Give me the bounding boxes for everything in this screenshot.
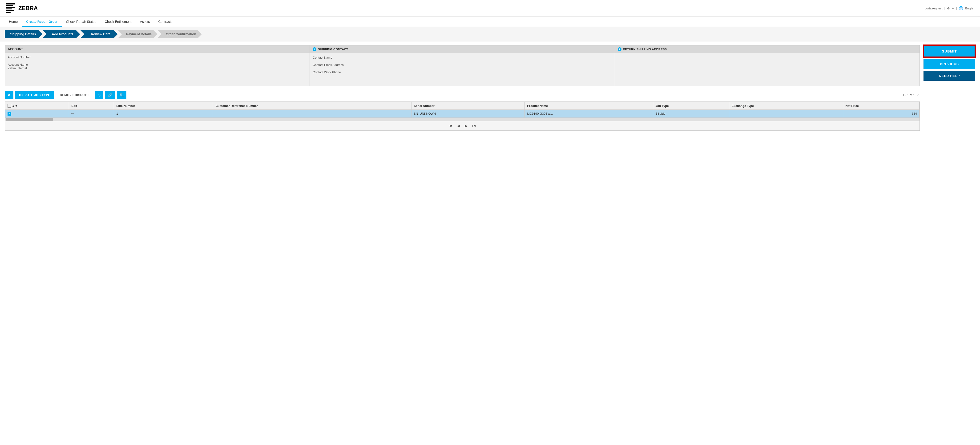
col-exchange-type: Exchange Type [729,102,843,110]
table-row: ✓ ✏ 1 SN_UNKNOWN MC9190-G30SW... Billabl… [5,110,920,118]
wizard-step-label-5: Order Confirmation [166,32,196,36]
previous-button[interactable]: PREVIOUS [923,59,975,69]
attach-icon-button[interactable]: 🔗 [105,91,115,99]
col-customer-ref: Customer Reference Number [213,102,411,110]
data-table: ▲▼ Edit Line Number Customer Reference N… [5,102,920,118]
col-net-price: Net Price [843,102,919,110]
contact-name-label: Contact Name [313,56,332,59]
contact-email-field: Contact Email Address [313,63,612,67]
account-number-field: Account Number [8,56,307,59]
nav-check-entitlement[interactable]: Check Entitlement [100,17,136,27]
main-content-area: ACCOUNT Account Number Account Name Zebr… [0,41,980,134]
row-product-name: MC9190-G30SW... [525,110,653,118]
info-section: ACCOUNT Account Number Account Name Zebr… [5,45,920,86]
next-page-button[interactable]: ▶ [463,123,469,129]
return-shipping-header: i RETURN SHIPPING ADDRESS [615,45,920,53]
account-header: ACCOUNT [5,45,310,53]
col-product-name: Product Name [525,102,653,110]
prev-page-button[interactable]: ◀ [456,123,461,129]
nav-home[interactable]: Home [5,17,22,27]
export-icon-button[interactable]: ⬡ [95,91,103,99]
clear-button[interactable]: ✕ [5,91,13,99]
row-serial-number: SN_UNKNOWN [411,110,525,118]
svg-rect-5 [6,12,11,13]
logout-icon[interactable]: ↪ [952,6,955,10]
need-help-button[interactable]: NEED HELP [923,71,975,81]
shipping-contact-info-icon[interactable]: i [313,47,317,51]
row-checkbox[interactable]: ✓ [8,112,11,116]
svg-rect-1 [6,5,13,6]
nav-create-repair-order[interactable]: Create Repair Order [22,17,62,27]
contact-name-field: Contact Name [313,56,612,59]
shipping-contact-title: SHIPPING CONTACT [318,48,348,51]
row-edit-cell[interactable]: ✏ [69,110,114,118]
main-nav: Home Create Repair Order Check Repair St… [0,17,980,27]
last-page-button[interactable]: ⏭ [471,123,477,128]
return-shipping-body [615,53,920,86]
col-edit: Edit [69,102,114,110]
contact-phone-field: Contact Work Phone [313,70,612,74]
pagination-text: 1 - 1 of 1 [903,93,915,97]
return-shipping-block: i RETURN SHIPPING ADDRESS [615,45,920,86]
table-header: ▲▼ Edit Line Number Customer Reference N… [5,102,920,110]
return-shipping-info-icon[interactable]: i [618,47,622,51]
language-label[interactable]: English [965,6,975,10]
logo: ZEBRA [5,2,38,14]
pagination-info: 1 - 1 of 1 ⤢ [903,93,920,97]
col-select: ▲▼ [5,102,69,110]
row-job-type: Billable [653,110,729,118]
account-name-label: Account Name [8,63,28,67]
scrollbar-thumb[interactable] [6,118,53,121]
select-all-checkbox[interactable] [8,104,11,108]
first-page-button[interactable]: ⏮ [447,123,454,128]
header-right: portalreg test | ⚙ ↪ | 🌐 English [925,6,975,10]
side-panel: SUBMIT PREVIOUS NEED HELP [923,45,975,131]
wizard-step-label-2: Add Products [52,32,73,36]
return-shipping-title: RETURN SHIPPING ADDRESS [623,48,667,51]
info-blocks: ACCOUNT Account Number Account Name Zebr… [5,45,920,131]
edit-icon[interactable]: ✏ [71,111,74,115]
row-customer-ref [213,110,411,118]
shipping-contact-block: i SHIPPING CONTACT Contact Name Contact … [310,45,615,86]
remove-dispute-button[interactable]: REMOVE DISPUTE [56,91,93,99]
row-select-cell[interactable]: ✓ [5,110,69,118]
account-name-value: Zebra Internal [8,67,27,70]
wizard-step-payment-details[interactable]: Payment Details [118,30,157,38]
sort-icon[interactable]: ▲▼ [12,104,18,108]
row-line-number: 1 [114,110,213,118]
col-serial-number: Serial Number [411,102,525,110]
col-job-type: Job Type [653,102,729,110]
header: ZEBRA portalreg test | ⚙ ↪ | 🌐 English [0,0,980,17]
wizard-step-add-products[interactable]: Add Products [42,30,80,38]
divider-1: | [945,6,945,10]
table-pagination: ⏮ ◀ ▶ ⏭ [5,121,920,131]
expand-icon[interactable]: ⤢ [917,93,920,97]
account-title: ACCOUNT [8,47,23,51]
wizard-step-label-1: Shipping Details [10,32,36,36]
horizontal-scrollbar[interactable] [5,118,920,121]
wizard-step-shipping-details[interactable]: Shipping Details [5,30,42,38]
search-icon-button[interactable]: 🔍 [117,91,126,99]
svg-rect-3 [6,8,12,10]
nav-contracts[interactable]: Contracts [154,17,177,27]
settings-icon[interactable]: ⚙ [947,6,950,10]
dispute-job-type-button[interactable]: DISPUTE JOB TYPE [15,91,54,99]
nav-assets[interactable]: Assets [135,17,154,27]
account-name-field: Account Name Zebra Internal [8,63,307,70]
nav-check-repair-status[interactable]: Check Repair Status [62,17,100,27]
contact-phone-label: Contact Work Phone [313,70,341,74]
wizard-steps: Shipping Details Add Products Review Car… [0,27,980,41]
svg-rect-2 [6,7,15,8]
table-body: ✓ ✏ 1 SN_UNKNOWN MC9190-G30SW... Billabl… [5,110,920,118]
table-header-row: ▲▼ Edit Line Number Customer Reference N… [5,102,920,110]
table-toolbar: ✕ DISPUTE JOB TYPE REMOVE DISPUTE ⬡ 🔗 🔍 … [5,91,920,99]
content-area: ACCOUNT Account Number Account Name Zebr… [5,45,975,131]
svg-rect-0 [6,3,15,5]
table-section: ✕ DISPUTE JOB TYPE REMOVE DISPUTE ⬡ 🔗 🔍 … [5,91,920,131]
account-body: Account Number Account Name Zebra Intern… [5,53,310,86]
wizard-step-order-confirmation[interactable]: Order Confirmation [157,30,202,38]
svg-rect-4 [6,10,14,11]
wizard-step-review-cart[interactable]: Review Cart [80,30,118,38]
submit-button[interactable]: SUBMIT [923,45,975,57]
user-info: portalreg test [925,6,943,10]
